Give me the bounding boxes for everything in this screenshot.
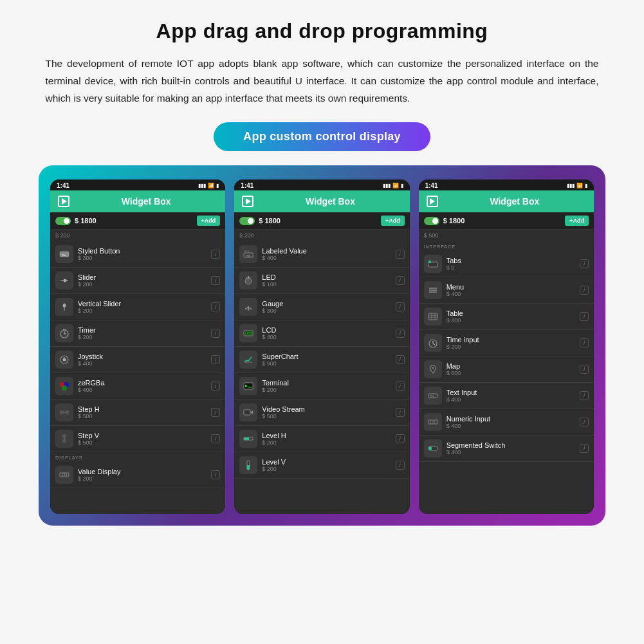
widget-info-map: Map $ 600 — [446, 362, 575, 376]
list-item[interactable]: Vertical Slider $ 200 i — [50, 294, 225, 320]
svg-point-3 — [64, 279, 67, 282]
list-item[interactable]: Gauge $ 300 i — [234, 294, 409, 320]
play-button-2[interactable] — [242, 196, 253, 207]
list-item[interactable]: Timer $ 200 i — [50, 320, 225, 347]
widget-icon-steph — [55, 403, 73, 421]
widget-name-superchart: SuperChart — [262, 353, 391, 360]
info-icon-led[interactable]: i — [396, 276, 405, 285]
info-icon-segswitch[interactable]: i — [580, 444, 589, 453]
widget-icon-led — [239, 271, 257, 290]
widget-box-title-2: Widget Box — [259, 196, 401, 207]
svg-point-59 — [432, 367, 434, 369]
info-icon-videostream[interactable]: i — [396, 408, 405, 417]
info-icon-table[interactable]: i — [580, 312, 589, 321]
list-item[interactable]: Table $ 800 i — [419, 304, 594, 330]
list-item[interactable]: LCD LCD $ 400 i — [234, 320, 409, 347]
svg-point-12 — [64, 357, 65, 358]
info-icon-timer[interactable]: i — [211, 329, 220, 338]
list-item[interactable]: Aa Text Input $ 400 i — [419, 383, 594, 409]
list-item[interactable]: LED $ 100 i — [234, 268, 409, 294]
widget-name-led: LED — [262, 273, 391, 281]
toggle-2[interactable] — [239, 217, 255, 225]
list-item[interactable]: 123 Value Display $ 200 i — [50, 462, 225, 488]
add-btn-1[interactable]: +Add — [197, 216, 221, 226]
info-icon-superchart[interactable]: i — [396, 355, 405, 364]
widget-info-superchart: SuperChart $ 900 — [262, 353, 391, 367]
list-item[interactable]: val25°C Labeled Value $ 400 i — [234, 241, 409, 268]
list-item[interactable]: zeRGBa $ 400 i — [50, 373, 225, 400]
widget-price-textinput: $ 400 — [446, 396, 575, 403]
list-item[interactable]: SuperChart $ 900 i — [234, 347, 409, 373]
toggle-1[interactable] — [55, 217, 71, 225]
widget-name-segswitch: Segmented Switch — [446, 441, 575, 449]
widget-price-map: $ 600 — [446, 370, 575, 376]
widget-name-map: Map — [446, 362, 575, 370]
info-icon-joystick[interactable]: i — [211, 355, 220, 364]
list-item[interactable]: Terminal $ 200 i — [234, 373, 409, 400]
widget-icon-segswitch — [424, 439, 442, 457]
widget-info-stepv: Step V $ 500 — [78, 432, 207, 446]
toggle-3[interactable] — [424, 217, 439, 225]
widget-icon-tabs — [424, 255, 442, 273]
widget-icon-styled-button: Btn — [55, 245, 73, 263]
widget-name-steph: Step H — [78, 405, 207, 413]
widget-icon-numericinput: 123 — [424, 413, 442, 431]
list-item[interactable]: Btn Styled Button $ 300 i — [50, 241, 225, 268]
widget-name-menu: Menu — [446, 283, 575, 291]
widget-name-tabs: Tabs — [446, 257, 575, 264]
widget-price-segswitch: $ 400 — [446, 449, 575, 455]
info-icon-textinput[interactable]: i — [580, 391, 589, 400]
list-item[interactable]: Level V $ 200 i — [234, 452, 409, 479]
info-icon-map[interactable]: i — [580, 365, 589, 374]
widget-name-timeinput: Time input — [446, 336, 575, 344]
info-icon-labeledval[interactable]: i — [396, 250, 405, 259]
info-icon-vslider[interactable]: i — [211, 302, 220, 311]
info-icon-timeinput[interactable]: i — [580, 338, 589, 347]
list-item[interactable]: Video Stream $ 500 i — [234, 400, 409, 426]
widget-name-slider: Slider — [78, 273, 207, 281]
info-icon-numericinput[interactable]: i — [580, 418, 589, 427]
status-icons-3: ▮▮▮ 📶 ▮ — [567, 183, 587, 189]
list-item[interactable]: Joystick $ 400 i — [50, 347, 225, 373]
svg-rect-65 — [428, 446, 432, 450]
wifi-icon-2: 📶 — [392, 183, 399, 189]
info-icon-1[interactable]: i — [211, 250, 220, 259]
widget-box-title-3: Widget Box — [443, 196, 586, 207]
list-item[interactable]: Slider $ 200 i — [50, 268, 225, 294]
widget-icon-slider — [55, 271, 73, 290]
list-item[interactable]: Map $ 600 i — [419, 356, 594, 383]
play-button-3[interactable] — [427, 196, 438, 207]
time-3: 1:41 — [425, 182, 438, 189]
info-icon-terminal[interactable]: i — [396, 382, 405, 391]
list-item[interactable]: Step V $ 500 i — [50, 426, 225, 452]
list-item[interactable]: 123 Numeric Input $ 400 i — [419, 409, 594, 436]
list-item[interactable]: Step H $ 500 i — [50, 400, 225, 426]
info-icon-gauge[interactable]: i — [396, 302, 405, 311]
info-icon-steph[interactable]: i — [211, 408, 220, 417]
list-item[interactable]: Time input $ 200 i — [419, 330, 594, 356]
info-icon-tabs[interactable]: i — [580, 259, 589, 268]
phone-header-3: Widget Box — [419, 190, 594, 212]
add-btn-3[interactable]: +Add — [565, 216, 589, 226]
info-icon-levelv[interactable]: i — [396, 461, 405, 470]
add-btn-2[interactable]: +Add — [381, 216, 405, 226]
widget-info-steph: Step H $ 500 — [78, 405, 207, 419]
widget-price-steph: $ 500 — [78, 413, 207, 419]
svg-marker-39 — [250, 410, 253, 414]
list-item[interactable]: Level H $ 200 i — [234, 426, 409, 452]
list-item[interactable]: Menu $ 400 i — [419, 277, 594, 304]
play-button-1[interactable] — [58, 196, 69, 207]
page-title: App drag and drop programming — [156, 19, 488, 43]
info-icon-slider[interactable]: i — [211, 276, 220, 285]
badge-button[interactable]: App custom control display — [214, 122, 430, 151]
info-icon-valuedisp[interactable]: i — [211, 470, 220, 479]
list-item[interactable]: Segmented Switch $ 400 i — [419, 436, 594, 462]
info-icon-stepv[interactable]: i — [211, 434, 220, 443]
info-icon-lcd[interactable]: i — [396, 329, 405, 338]
svg-text:123: 123 — [62, 473, 68, 477]
widget-price-vslider: $ 200 — [78, 308, 207, 314]
info-icon-zergba[interactable]: i — [211, 382, 220, 391]
info-icon-levelh[interactable]: i — [396, 434, 405, 443]
info-icon-menu[interactable]: i — [580, 286, 589, 295]
list-item[interactable]: Tabs $ 0 i — [419, 251, 594, 277]
